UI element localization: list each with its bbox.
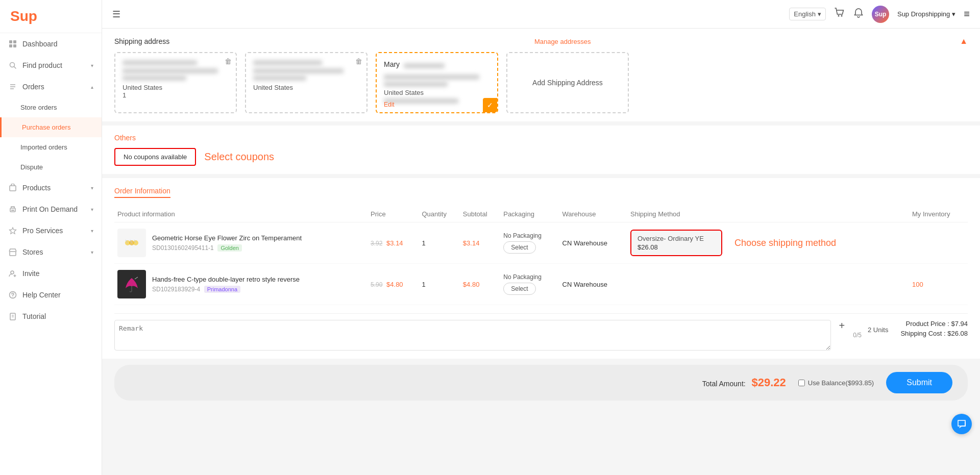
sidebar-item-orders[interactable]: Orders ▴ — [0, 76, 102, 97]
sidebar-item-purchase-orders[interactable]: Purchase orders — [0, 117, 102, 137]
store-icon — [8, 247, 17, 257]
product-inventory-2: 100 — [909, 264, 968, 305]
edit-address-3-link[interactable]: Edit — [384, 101, 395, 108]
sidebar-item-label: Invite — [22, 269, 39, 278]
address-country-2: United States — [253, 84, 359, 91]
price-old-1: 3.92 — [371, 240, 382, 247]
scroll-up-icon[interactable]: ▲ — [960, 37, 968, 46]
address-name-3: Mary — [384, 60, 400, 68]
product-inventory-1 — [909, 222, 968, 264]
help-icon — [8, 290, 17, 299]
sidebar-item-label: Print On Demand — [22, 205, 78, 213]
shipping-method-name-1: Oversize- Ordinary YE — [638, 235, 715, 242]
remark-count: 0/5 — [853, 332, 862, 339]
menu-toggle-icon[interactable]: ☰ — [112, 9, 120, 19]
sidebar-item-store-orders[interactable]: Store orders — [0, 97, 102, 117]
add-address-label: Add Shipping Address — [532, 79, 603, 87]
product-name-1: Geometric Horse Eye Flower Zirc on Tempe… — [152, 234, 302, 242]
header-hamburger-icon[interactable]: ≡ — [964, 8, 970, 20]
packaging-label-2: No Packaging — [503, 273, 556, 281]
chat-widget-icon[interactable] — [951, 414, 972, 434]
shipping-header: Shipping address Manage addresses ▲ — [114, 37, 968, 46]
user-arrow-icon: ▾ — [952, 10, 955, 18]
shipping-method-box-1[interactable]: Oversize- Ordinary YE $26.08 — [630, 230, 722, 256]
address-cards: 🗑 United States 1 🗑 United States — [114, 52, 968, 113]
notification-bell-icon[interactable] — [853, 8, 864, 20]
packaging-select-btn-1[interactable]: Select — [503, 241, 535, 254]
delete-address-1-icon[interactable]: 🗑 — [225, 57, 232, 65]
sidebar-item-print-on-demand[interactable]: Print On Demand ▾ — [0, 198, 102, 220]
language-selector[interactable]: English ▾ — [789, 8, 826, 20]
add-remark-icon[interactable]: + — [837, 320, 847, 332]
address-line1-2 — [253, 68, 344, 73]
col-packaging: Packaging — [500, 206, 559, 222]
sidebar-item-label: Purchase orders — [22, 123, 70, 131]
use-balance-input[interactable] — [798, 380, 805, 386]
select-coupons-label[interactable]: Select coupons — [204, 151, 274, 163]
product-info-wrapper-2: Hands-free C-type double-layer retro sty… — [117, 270, 364, 298]
sidebar-item-label: Find product — [22, 61, 62, 69]
submit-button[interactable]: Submit — [886, 372, 952, 393]
sidebar-item-label: Pro Services — [22, 227, 63, 235]
order-info-tab[interactable]: Order Information — [114, 187, 170, 198]
sidebar-item-dispute[interactable]: Dispute — [0, 157, 102, 177]
sidebar-item-imported-orders[interactable]: Imported orders — [0, 137, 102, 157]
address-number-1: 1 — [122, 91, 229, 99]
address-card-1[interactable]: 🗑 United States 1 — [114, 52, 237, 113]
book-icon — [8, 312, 17, 321]
remark-input[interactable] — [114, 320, 831, 351]
price-new-2: $4.80 — [386, 281, 403, 288]
sidebar-item-products[interactable]: Products ▾ — [0, 177, 102, 198]
sidebar-item-label: Store orders — [20, 104, 57, 111]
shipping-cost-summary: Shipping Cost : $26.08 — [900, 330, 968, 337]
product-sku-tag-1: SD01301602495411-1 Golden — [152, 244, 302, 252]
page-footer: Total Amount: $29.22 Use Balance($993.85… — [114, 365, 968, 401]
svg-rect-1 — [13, 40, 16, 43]
order-info-section: Order Information Product information Pr… — [102, 178, 980, 359]
chevron-down-icon: ▾ — [91, 249, 93, 255]
product-price-summary: Product Price : $7.94 — [900, 320, 968, 328]
product-tag-1: Golden — [217, 244, 241, 252]
sidebar-item-find-product[interactable]: Find product ▾ — [0, 55, 102, 76]
price-new-1: $3.14 — [386, 239, 403, 247]
use-balance-checkbox[interactable]: Use Balance($993.85) — [798, 379, 874, 387]
sidebar-item-label: Tutorial — [22, 312, 46, 320]
sidebar-item-label: Imported orders — [20, 143, 67, 151]
svg-rect-3 — [13, 44, 16, 47]
address-country-1: United States — [122, 84, 229, 91]
product-packaging-2: No Packaging Select — [500, 264, 559, 305]
search-icon — [8, 61, 17, 70]
total-label: Total Amount: $29.22 — [702, 376, 786, 389]
sidebar-item-tutorial[interactable]: Tutorial — [0, 306, 102, 327]
sidebar-item-help-center[interactable]: Help Center — [0, 284, 102, 306]
col-shipping: Shipping Method — [627, 206, 909, 222]
user-avatar[interactable]: Sup — [872, 6, 889, 23]
cart-icon[interactable] — [834, 7, 845, 21]
sidebar-item-dashboard[interactable]: Dashboard — [0, 33, 102, 55]
delete-address-2-icon[interactable]: 🗑 — [355, 57, 362, 65]
product-qty-1: 1 — [419, 222, 460, 264]
address-line1-1 — [122, 68, 218, 73]
sidebar-item-pro-services[interactable]: Pro Services ▾ — [0, 220, 102, 241]
product-sku-tag-2: SD1029183929-4 Primadonna — [152, 285, 300, 293]
product-sku-1: SD01301602495411-1 — [152, 244, 214, 252]
no-coupons-box[interactable]: No coupons available — [114, 148, 196, 166]
sidebar-item-invite[interactable]: Invite — [0, 263, 102, 284]
address-name-blurred-3 — [404, 63, 445, 68]
add-address-card[interactable]: Add Shipping Address — [506, 52, 629, 113]
address-card-3[interactable]: Mary United States Edit ✓ — [376, 52, 498, 113]
shipping-method-price-1: $26.08 — [638, 243, 715, 251]
units-label: 2 Units — [868, 326, 888, 334]
use-balance-label: Use Balance($993.85) — [808, 379, 874, 387]
user-name[interactable]: Sup Dropshipping ▾ — [897, 10, 955, 18]
sidebar-item-stores[interactable]: Stores ▾ — [0, 241, 102, 263]
lang-arrow-icon: ▾ — [818, 10, 821, 18]
manage-addresses-link[interactable]: Manage addresses — [534, 38, 591, 45]
svg-rect-0 — [9, 40, 12, 43]
shipping-section: Shipping address Manage addresses ▲ 🗑 Un… — [102, 29, 980, 121]
product-info-cell-2: Hands-free C-type double-layer retro sty… — [114, 264, 368, 305]
product-name-2: Hands-free C-type double-layer retro sty… — [152, 276, 300, 283]
product-shipping-1: Oversize- Ordinary YE $26.08 Choose ship… — [627, 222, 909, 264]
address-card-2[interactable]: 🗑 United States — [245, 52, 368, 113]
packaging-select-btn-2[interactable]: Select — [503, 283, 535, 295]
